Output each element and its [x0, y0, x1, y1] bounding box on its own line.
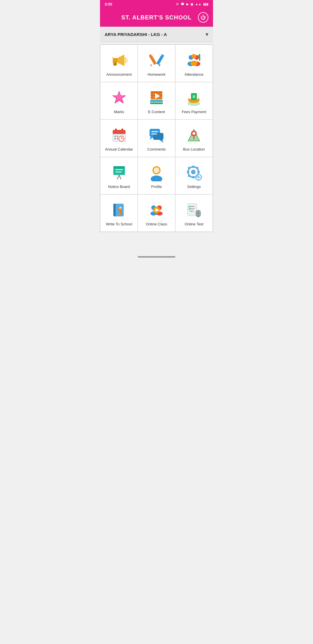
noticeboard-label: Notice Board — [108, 184, 130, 189]
svg-rect-78 — [198, 174, 199, 175]
battery-icon: ▮▮▮ — [203, 2, 208, 6]
bus-label: Bus Location — [183, 147, 205, 151]
menu-item-homework[interactable]: Homework — [138, 45, 175, 82]
menu-item-noticeboard[interactable]: Notice Board — [100, 157, 138, 194]
student-selector[interactable]: ARYA PRIYADARSHI - LKG - A ▾ — [100, 27, 213, 42]
power-icon: ⏻ — [201, 15, 206, 20]
svg-point-65 — [154, 167, 159, 173]
marks-icon — [110, 89, 128, 107]
chevron-down-icon: ▾ — [205, 31, 208, 38]
status-icons: ⚙ 💬 ▶ ▣ ▲▲ ▮▮▮ — [176, 2, 208, 6]
message-status-icon: 💬 — [181, 2, 185, 6]
menu-item-announcement[interactable]: Announcement — [100, 45, 138, 82]
svg-point-17 — [192, 54, 196, 59]
svg-rect-28 — [150, 102, 163, 104]
profile-label: Profile — [151, 184, 162, 189]
econtent-icon — [148, 89, 165, 107]
svg-rect-61 — [113, 166, 125, 168]
svg-rect-75 — [188, 175, 190, 178]
settings-status-icon: ⚙ — [176, 2, 179, 6]
comments-label: Comments — [148, 147, 166, 151]
svg-point-43 — [114, 136, 116, 137]
svg-point-68 — [191, 170, 196, 174]
svg-text:$: $ — [193, 95, 195, 98]
calendar-label: Annual Calendar — [105, 147, 133, 151]
svg-rect-69 — [192, 166, 194, 168]
comments-icon — [148, 126, 165, 144]
fees-label: Fees Payment — [182, 110, 206, 114]
svg-rect-2 — [113, 63, 117, 66]
menu-item-fees[interactable]: $ $ Fees Payment — [175, 82, 213, 120]
attendance-icon — [185, 51, 203, 69]
svg-rect-80 — [195, 176, 196, 178]
write-icon — [110, 201, 128, 219]
write-label: Write To School — [106, 222, 132, 226]
announcement-icon — [110, 51, 128, 69]
svg-rect-79 — [198, 179, 199, 181]
settings-label: Settings — [187, 184, 201, 189]
svg-rect-71 — [187, 171, 189, 173]
menu-grid: Announcement Homework — [100, 44, 213, 232]
menu-item-settings[interactable]: Settings — [175, 157, 213, 194]
svg-rect-83 — [113, 204, 116, 216]
bus-icon — [185, 126, 203, 144]
svg-rect-74 — [196, 167, 199, 169]
fees-icon: $ $ — [185, 89, 203, 107]
bottom-bar — [100, 249, 213, 264]
sim-status-icon: ▣ — [190, 2, 193, 6]
attendance-label: Attendance — [184, 72, 203, 77]
svg-line-5 — [112, 57, 113, 58]
svg-rect-93 — [188, 204, 197, 216]
status-time: 3:55 — [105, 2, 112, 6]
menu-item-profile[interactable]: Profile — [138, 157, 175, 194]
svg-point-45 — [114, 138, 116, 139]
menu-item-write[interactable]: Write To School — [100, 194, 138, 232]
menu-item-comments[interactable]: Comments — [138, 120, 175, 157]
svg-point-77 — [197, 176, 200, 178]
svg-point-46 — [117, 138, 118, 139]
onlinetest-icon — [185, 201, 203, 219]
menu-item-attendance[interactable]: Attendance — [175, 45, 213, 82]
svg-rect-27 — [150, 100, 163, 102]
svg-point-18 — [190, 61, 197, 66]
calendar-icon — [110, 126, 128, 144]
profile-icon — [148, 164, 165, 182]
onlineclass-icon — [148, 201, 165, 219]
svg-marker-48 — [150, 137, 154, 140]
svg-line-59 — [117, 175, 119, 179]
homework-label: Homework — [148, 72, 165, 77]
svg-rect-72 — [197, 171, 200, 173]
power-button[interactable]: ⏻ — [198, 12, 208, 23]
status-bar: 3:55 ⚙ 💬 ▶ ▣ ▲▲ ▮▮▮ — [100, 0, 213, 8]
menu-item-econtent[interactable]: E-Content — [138, 82, 175, 120]
svg-line-60 — [119, 175, 121, 179]
student-name: ARYA PRIYADARSHI - LKG - A — [105, 32, 167, 37]
announcement-label: Announcement — [106, 72, 132, 77]
wifi-icon: ▲▲ — [195, 2, 201, 6]
svg-point-56 — [192, 132, 195, 135]
marks-label: Marks — [114, 110, 124, 114]
menu-item-calendar[interactable]: Annual Calendar — [100, 120, 138, 157]
svg-rect-24 — [151, 91, 162, 93]
app-header: ST. ALBERT'S SCHOOL ⏻ — [100, 8, 213, 27]
school-logo: ST. ALBERT'S SCHOOL — [115, 14, 198, 21]
svg-rect-0 — [113, 58, 117, 63]
menu-item-onlinetest[interactable]: Online Test — [175, 194, 213, 232]
menu-item-bus[interactable]: Bus Location — [175, 120, 213, 157]
bottom-area — [100, 232, 213, 249]
econtent-label: E-Content — [148, 110, 165, 114]
home-indicator — [138, 256, 175, 258]
svg-marker-50 — [159, 140, 163, 143]
homework-icon — [148, 51, 165, 69]
svg-point-66 — [151, 176, 162, 181]
menu-item-marks[interactable]: Marks — [100, 82, 138, 120]
svg-rect-70 — [192, 176, 194, 178]
svg-rect-35 — [113, 130, 125, 134]
settings-icon — [185, 164, 203, 182]
play-status-icon: ▶ — [186, 2, 189, 6]
svg-marker-10 — [158, 64, 160, 67]
noticeboard-icon — [110, 164, 128, 182]
svg-rect-81 — [201, 176, 202, 178]
svg-marker-8 — [150, 64, 152, 67]
menu-item-onlineclass[interactable]: Online Class — [138, 194, 175, 232]
